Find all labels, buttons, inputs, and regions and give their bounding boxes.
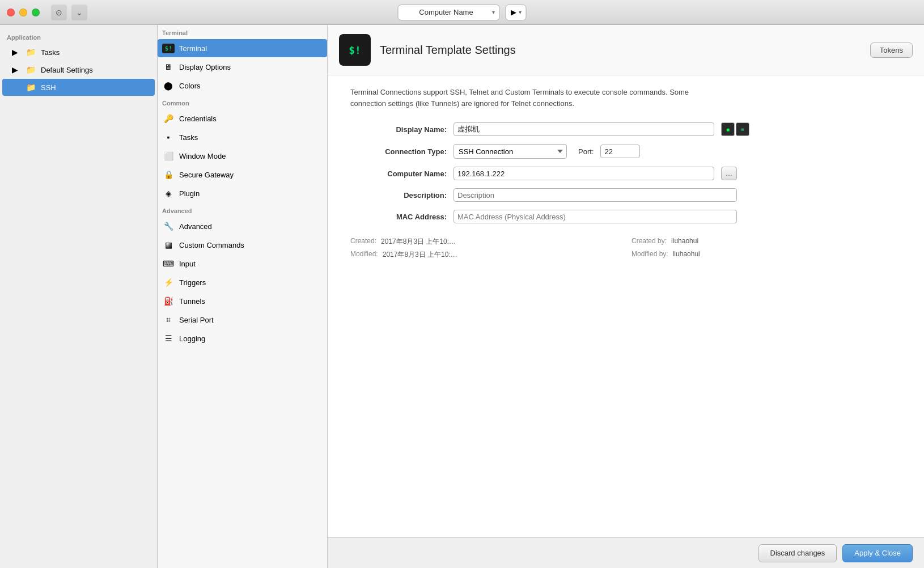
sidebar-label-ssh: SSH: [41, 83, 56, 92]
traffic-lights: [7, 9, 40, 16]
chevron-down-icon[interactable]: ⌄: [71, 5, 87, 20]
middle-label-credentials: Credentials: [179, 115, 217, 123]
middle-label-triggers: Triggers: [179, 278, 206, 287]
play-icon: ▶: [511, 8, 516, 16]
middle-item-tunnels[interactable]: ⛽ Tunnels: [158, 292, 327, 310]
whole-right: $! Terminal Template Settings Tokens Ter…: [328, 25, 924, 568]
mac-address-row: MAC Address:: [350, 210, 901, 223]
display-name-input[interactable]: [453, 122, 714, 136]
play-button[interactable]: ▶ ▾: [506, 5, 527, 20]
middle-label-tasks: Tasks: [179, 133, 198, 142]
browse-button[interactable]: …: [721, 167, 737, 180]
display-name-btn-2[interactable]: ≡: [736, 122, 749, 136]
connection-type-select[interactable]: SSH Connection Telnet Custom: [453, 144, 567, 159]
middle-label-terminal: Terminal: [179, 44, 207, 53]
middle-item-advanced[interactable]: 🔧 Advanced: [158, 217, 327, 235]
middle-item-serial-port[interactable]: ⌗ Serial Port: [158, 311, 327, 329]
discard-changes-button[interactable]: Discard changes: [758, 544, 837, 562]
meta-modified-value: 2017年8月3日 上午10:…: [383, 250, 457, 260]
folder-icon-ssh: 📁: [25, 82, 36, 93]
port-input[interactable]: [600, 145, 640, 158]
play-chevron-icon: ▾: [519, 9, 522, 15]
secure-gateway-icon: 🔒: [162, 168, 175, 181]
middle-item-window-mode[interactable]: ⬜ Window Mode: [158, 147, 327, 165]
title-bar-center: Computer Name ▾ ▶ ▾: [398, 5, 527, 20]
middle-item-tasks[interactable]: ▪ Tasks: [158, 128, 327, 146]
middle-label-colors: Colors: [179, 82, 201, 90]
title-bar: ⊙ ⌄ Computer Name ▾ ▶ ▾: [0, 0, 924, 25]
middle-label-window-mode: Window Mode: [179, 152, 226, 160]
sidebar-disclosure-tasks: ▶: [9, 46, 20, 58]
computer-name-chevron-icon: ▾: [492, 9, 495, 15]
info-text: Terminal Connections support SSH, Telnet…: [350, 87, 713, 109]
middle-section-advanced-header: Advanced: [158, 203, 327, 217]
middle-section-common-header: Common: [158, 95, 327, 109]
middle-item-custom-commands[interactable]: ▦ Custom Commands: [158, 236, 327, 254]
connection-type-label: Connection Type:: [350, 147, 447, 156]
middle-label-advanced: Advanced: [179, 222, 212, 231]
meta-created-row: Created: 2017年8月3日 上午10:…: [350, 237, 620, 247]
middle-item-input[interactable]: ⌨ Input: [158, 255, 327, 273]
content-and-bottom: $! Terminal Template Settings Tokens Ter…: [328, 25, 924, 568]
display-name-row: Display Name: ■ ≡: [350, 122, 901, 136]
custom-commands-icon: ▦: [162, 239, 175, 251]
close-button[interactable]: [7, 9, 15, 16]
triggers-icon: ⚡: [162, 276, 175, 289]
sidebar-item-ssh[interactable]: 📁 SSH: [2, 79, 155, 96]
middle-item-secure-gateway[interactable]: 🔒 Secure Gateway: [158, 166, 327, 184]
middle-item-colors[interactable]: ⬤ Colors: [158, 77, 327, 95]
tokens-button[interactable]: Tokens: [870, 43, 913, 58]
credentials-icon: 🔑: [162, 112, 175, 125]
middle-label-display-options: Display Options: [179, 63, 231, 71]
meta-created-label: Created:: [350, 237, 376, 247]
computer-name-input[interactable]: [453, 167, 714, 180]
minimize-button[interactable]: [19, 9, 27, 16]
meta-modified-by-label: Modified by:: [631, 250, 668, 260]
apply-close-button[interactable]: Apply & Close: [842, 544, 913, 562]
meta-created-by-value: liuhaohui: [671, 237, 698, 247]
folder-icon-tasks: 📁: [25, 46, 36, 58]
sidebar-disclosure-default: ▶: [9, 64, 20, 75]
mac-address-label: MAC Address:: [350, 213, 447, 221]
panel-terminal-icon: $!: [339, 34, 371, 66]
window-mode-icon: ⬜: [162, 150, 175, 162]
meta-created-by-row: Created by: liuhaohui: [631, 237, 901, 247]
description-label: Description:: [350, 191, 447, 200]
middle-label-plugin: Plugin: [179, 189, 200, 198]
middle-item-terminal[interactable]: $! Terminal: [158, 39, 327, 57]
middle-item-logging[interactable]: ☰ Logging: [158, 329, 327, 347]
middle-item-triggers[interactable]: ⚡ Triggers: [158, 273, 327, 291]
middle-label-custom-commands: Custom Commands: [179, 241, 244, 249]
computer-name-dropdown[interactable]: Computer Name ▾: [398, 5, 500, 20]
meta-created-by-label: Created by:: [631, 237, 667, 247]
maximize-button[interactable]: [32, 9, 40, 16]
middle-item-credentials[interactable]: 🔑 Credentials: [158, 109, 327, 128]
description-input[interactable]: [453, 188, 737, 202]
sidebar-item-tasks[interactable]: ▶ 📁 Tasks: [2, 44, 155, 61]
bottom-bar: Discard changes Apply & Close: [328, 537, 924, 568]
panel-header: $! Terminal Template Settings Tokens: [328, 25, 924, 75]
sidebar-label-tasks: Tasks: [41, 48, 60, 57]
meta-modified-row: Modified: 2017年8月3日 上午10:…: [350, 250, 620, 260]
connection-type-row: Connection Type: SSH Connection Telnet C…: [350, 144, 901, 159]
mac-address-input[interactable]: [453, 210, 737, 223]
toolbar-left: ⊙ ⌄: [51, 5, 87, 20]
target-icon[interactable]: ⊙: [51, 5, 67, 20]
terminal-icon: $!: [162, 42, 175, 54]
middle-label-logging: Logging: [179, 334, 205, 343]
display-name-btn-1[interactable]: ■: [721, 122, 735, 136]
advanced-icon: 🔧: [162, 220, 175, 232]
meta-section: Created: 2017年8月3日 上午10:… Created by: li…: [350, 237, 901, 260]
middle-item-plugin[interactable]: ◈ Plugin: [158, 184, 327, 202]
folder-icon-default: 📁: [25, 64, 36, 75]
input-icon: ⌨: [162, 257, 175, 270]
middle-item-display-options[interactable]: 🖥 Display Options: [158, 58, 327, 76]
meta-modified-by-value: liuhaohui: [673, 250, 700, 260]
display-options-icon: 🖥: [162, 61, 175, 73]
sidebar-item-default-settings[interactable]: ▶ 📁 Default Settings: [2, 61, 155, 78]
panel-title: Terminal Template Settings: [380, 44, 861, 57]
meta-modified-label: Modified:: [350, 250, 378, 260]
sidebar-section-application: Application: [0, 29, 157, 43]
tunnels-icon: ⛽: [162, 295, 175, 307]
display-name-buttons: ■ ≡: [721, 122, 749, 136]
